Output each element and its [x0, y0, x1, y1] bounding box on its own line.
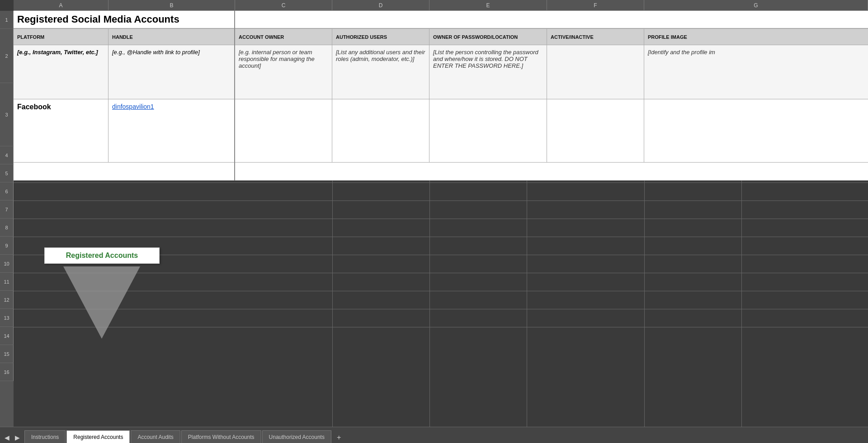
col-header-d: D	[332, 0, 429, 11]
grid-area: Registered Social Media Accounts PLATFOR…	[14, 11, 868, 427]
row-num-8: 8	[0, 219, 14, 237]
col-header-e: E	[429, 0, 547, 11]
facebook-active-cell	[547, 99, 644, 162]
account-owner-header: ACCOUNT OWNER	[235, 29, 332, 45]
row-num-16: 16	[0, 363, 14, 381]
sheet-nav: ◀ ▶	[2, 432, 23, 443]
authorized-users-placeholder: [List any additional users and their rol…	[332, 45, 429, 99]
row-num-15: 15	[0, 345, 14, 363]
white-table-ab: Registered Social Media Accounts PLATFOR…	[14, 11, 235, 181]
table-title: Registered Social Media Accounts	[17, 14, 179, 25]
empty-row4-cdg	[235, 163, 868, 181]
facebook-row-ab: Facebook dinfospavilion1	[14, 99, 234, 163]
platform-placeholder: [e.g., Instagram, Twitter, etc.]	[14, 45, 108, 99]
col-header-f: F	[547, 0, 644, 11]
row-num-6: 6	[0, 182, 14, 201]
spreadsheet: A B C D E F G 1 2 3 4 5 6 7 8 9 10 11 12…	[0, 0, 868, 443]
placeholder-row-cdg: [e.g. internal person or team responsibl…	[235, 45, 868, 99]
row-num-5: 5	[0, 164, 14, 182]
tab-platforms-without-accounts[interactable]: Platforms Without Accounts	[181, 430, 261, 443]
col-header-c: C	[235, 0, 332, 11]
row-num-13: 13	[0, 309, 14, 327]
row-num-11: 11	[0, 273, 14, 291]
facebook-platform-cell: Facebook	[14, 99, 108, 162]
profile-image-placeholder: [Identify and the profile im	[644, 45, 868, 99]
tab-instructions[interactable]: Instructions	[24, 430, 66, 443]
tooltip-arrow	[63, 266, 140, 339]
nav-left-arrow[interactable]: ◀	[2, 432, 12, 443]
row-num-14: 14	[0, 327, 14, 345]
row-num-12: 12	[0, 291, 14, 309]
placeholder-data-row: [e.g., Instagram, Twitter, etc.] [e.g., …	[14, 45, 234, 99]
facebook-owner-cell	[235, 99, 332, 162]
row-num-9: 9	[0, 237, 14, 255]
row-num-10: 10	[0, 255, 14, 273]
nav-right-arrow[interactable]: ▶	[12, 432, 23, 443]
password-placeholder: [List the person controlling the passwor…	[429, 45, 547, 99]
tooltip-text: Registered Accounts	[66, 252, 138, 259]
authorized-users-header: AUTHORIZED USERS	[332, 29, 429, 45]
password-owner-header: OWNER OF PASSWORD/LOCATION	[429, 29, 547, 45]
facebook-handle-cell: dinfospavilion1	[108, 99, 234, 162]
row-num-1: 1	[0, 11, 14, 29]
row-num-4: 4	[0, 146, 14, 164]
col-header-g: G	[644, 0, 868, 11]
profile-image-header: PROFILE IMAGE	[644, 29, 868, 45]
col-header-a: A	[14, 0, 108, 11]
active-placeholder	[547, 45, 644, 99]
col-header-b: B	[108, 0, 235, 11]
add-sheet-button[interactable]: +	[332, 432, 345, 443]
tab-unauthorized-accounts[interactable]: Unauthorized Accounts	[262, 430, 331, 443]
facebook-handle-link[interactable]: dinfospavilion1	[112, 103, 154, 110]
facebook-password-cell	[429, 99, 547, 162]
active-inactive-header: ACTIVE/INACTIVE	[547, 29, 644, 45]
tab-account-audits[interactable]: Account Audits	[131, 430, 180, 443]
account-owner-placeholder: [e.g. internal person or team responsibl…	[235, 45, 332, 99]
facebook-row-cdg	[235, 99, 868, 163]
row-num-2: 2	[0, 29, 14, 83]
row-num-3: 3	[0, 83, 14, 146]
row-num-7: 7	[0, 201, 14, 219]
column-letter-headers: A B C D E F G	[14, 0, 868, 11]
col-header-row: PLATFORM HANDLE	[14, 29, 234, 45]
handle-placeholder: [e.g., @Handle with link to profile]	[108, 45, 234, 99]
title-row: Registered Social Media Accounts	[14, 11, 234, 29]
facebook-users-cell	[332, 99, 429, 162]
facebook-profile-cell	[644, 99, 868, 162]
handle-header: HANDLE	[108, 29, 234, 45]
sheet-tabs-bar: ◀ ▶ Instructions Registered Accounts Acc…	[0, 427, 868, 443]
tab-registered-accounts[interactable]: Registered Accounts	[66, 430, 130, 443]
title-row-extension	[235, 11, 868, 29]
tooltip-popup: Registered Accounts	[44, 247, 160, 264]
col-headers-cdfg: ACCOUNT OWNER AUTHORIZED USERS OWNER OF …	[235, 29, 868, 45]
platform-header: PLATFORM	[14, 29, 108, 45]
empty-row-4-ab	[14, 163, 234, 181]
